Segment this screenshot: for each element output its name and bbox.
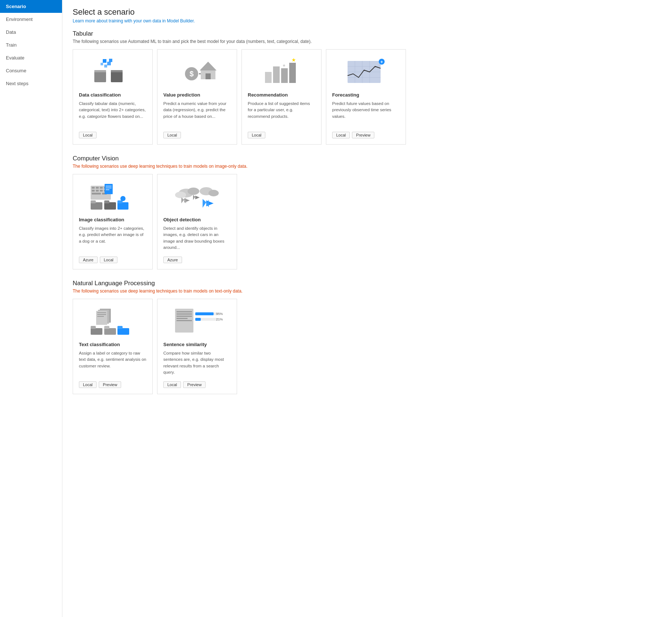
- card-image-image-classification: [79, 180, 146, 213]
- svg-rect-0: [94, 71, 106, 82]
- svg-rect-84: [195, 312, 214, 315]
- card-image-recommendation: ★ ★: [248, 55, 315, 88]
- svg-rect-69: [97, 314, 106, 315]
- svg-rect-31: [92, 187, 95, 189]
- svg-rect-14: [206, 73, 211, 79]
- badge-preview: Preview: [99, 381, 121, 388]
- svg-rect-43: [106, 188, 112, 188]
- card-badges-data-classification: Local: [79, 132, 146, 138]
- svg-rect-6: [104, 65, 107, 68]
- card-image-classification[interactable]: Image classification Classify images int…: [73, 174, 153, 269]
- cv-cards-grid: Image classification Classify images int…: [73, 174, 662, 269]
- svg-point-54: [175, 192, 186, 198]
- card-badges-sentence-similarity: Local Preview: [163, 381, 231, 388]
- svg-text:95%: 95%: [216, 312, 223, 316]
- card-title-object-detection: Object detection: [163, 217, 231, 222]
- card-title-forecasting: Forecasting: [332, 92, 400, 98]
- badge-local: Local: [100, 257, 117, 263]
- svg-rect-41: [105, 184, 113, 194]
- svg-rect-71: [91, 328, 102, 335]
- card-badges-image-classification: Azure Local: [79, 257, 146, 263]
- card-desc-sentence-similarity: Compare how similar two sentences are, e…: [163, 350, 231, 377]
- svg-rect-79: [177, 313, 192, 315]
- svg-text:21%: 21%: [216, 317, 223, 321]
- sidebar: Scenario Environment Data Train Evaluate…: [0, 0, 62, 617]
- tabular-subtitle: The following scenarios use Automated ML…: [73, 39, 662, 44]
- badge-azure: Azure: [163, 257, 182, 263]
- card-badges-value-prediction: Local: [163, 132, 231, 138]
- nlp-subtitle: The following scenarios use deep learnin…: [73, 288, 662, 294]
- svg-rect-44: [106, 189, 109, 190]
- card-data-classification[interactable]: Data classification Classify tabular dat…: [73, 49, 153, 145]
- svg-rect-46: [91, 200, 96, 203]
- svg-text:+: +: [380, 59, 383, 65]
- sidebar-item-evaluate[interactable]: Evaluate: [0, 51, 62, 64]
- card-title-recommendation: Recommendation: [248, 92, 315, 98]
- card-value-prediction[interactable]: $ Value prediction Predict a numeric val…: [157, 49, 237, 145]
- svg-rect-15: [265, 72, 272, 83]
- card-desc-object-detection: Detect and identify objects in images, e…: [163, 225, 231, 252]
- card-badges-text-classification: Local Preview: [79, 381, 146, 388]
- sidebar-item-data[interactable]: Data: [0, 26, 62, 39]
- svg-rect-70: [97, 316, 104, 317]
- svg-rect-78: [177, 311, 192, 312]
- card-image-data-classification: [79, 55, 146, 88]
- card-image-object-detection: [163, 180, 231, 213]
- svg-rect-37: [100, 190, 103, 192]
- card-title-text-classification: Text classification: [79, 342, 146, 347]
- card-desc-value-prediction: Predict a numeric value from your data (…: [163, 101, 231, 127]
- svg-rect-3: [111, 70, 123, 72]
- sidebar-item-environment[interactable]: Environment: [0, 13, 62, 26]
- card-desc-data-classification: Classify tabular data (numeric, categori…: [79, 101, 146, 127]
- card-title-image-classification: Image classification: [79, 217, 146, 222]
- card-recommendation[interactable]: ★ ★ Recommendation Produce a list of sug…: [241, 49, 322, 145]
- svg-rect-74: [104, 326, 109, 329]
- sidebar-item-train[interactable]: Train: [0, 39, 62, 51]
- badge-local: Local: [163, 132, 181, 138]
- svg-rect-87: [195, 318, 201, 321]
- badge-local: Local: [79, 381, 97, 388]
- card-sentence-similarity[interactable]: 95% 21% Sentence similarity Compare how …: [157, 299, 237, 394]
- svg-rect-5: [107, 62, 111, 65]
- svg-marker-13: [200, 62, 217, 70]
- svg-rect-35: [92, 190, 95, 192]
- svg-point-51: [120, 196, 126, 201]
- cv-subtitle: The following scenarios use deep learnin…: [73, 164, 662, 169]
- svg-rect-76: [117, 326, 123, 329]
- svg-rect-18: [289, 63, 296, 83]
- svg-rect-75: [117, 328, 129, 335]
- card-desc-recommendation: Produce a list of suggested items for a …: [248, 101, 315, 127]
- sidebar-item-scenario[interactable]: Scenario: [0, 0, 62, 13]
- card-text-classification[interactable]: Text classification Assign a label or ca…: [73, 299, 153, 394]
- cv-section-title: Computer Vision: [73, 155, 662, 162]
- svg-point-56: [208, 190, 219, 196]
- tabular-cards-grid: Data classification Classify tabular dat…: [73, 49, 662, 145]
- card-desc-forecasting: Predict future values based on previousl…: [332, 101, 400, 127]
- card-forecasting[interactable]: + Forecasting Predict future values base…: [326, 49, 406, 145]
- card-badges-recommendation: Local: [248, 132, 315, 138]
- sidebar-item-next-steps[interactable]: Next steps: [0, 77, 62, 90]
- card-desc-image-classification: Classify images into 2+ categories, e.g.…: [79, 225, 146, 252]
- card-badges-object-detection: Azure: [163, 257, 231, 263]
- svg-marker-58: [181, 197, 184, 203]
- svg-rect-81: [177, 318, 188, 319]
- svg-text:★: ★: [282, 63, 286, 68]
- svg-rect-68: [97, 312, 106, 313]
- learn-more-link[interactable]: Learn more about training with your own …: [73, 18, 662, 23]
- sidebar-item-consume[interactable]: Consume: [0, 64, 62, 77]
- card-image-forecasting: +: [332, 55, 400, 88]
- card-title-sentence-similarity: Sentence similarity: [163, 342, 231, 347]
- svg-rect-39: [92, 193, 101, 195]
- card-desc-text-classification: Assign a label or category to raw text d…: [79, 350, 146, 377]
- svg-rect-2: [111, 71, 123, 82]
- svg-marker-63: [203, 199, 206, 208]
- svg-rect-8: [109, 59, 112, 62]
- svg-point-53: [188, 188, 199, 195]
- card-object-detection[interactable]: Object detection Detect and identify obj…: [157, 174, 237, 269]
- svg-marker-61: [193, 195, 195, 200]
- svg-text:★: ★: [291, 57, 296, 63]
- svg-rect-73: [104, 328, 116, 335]
- badge-local: Local: [79, 132, 97, 138]
- svg-rect-1: [94, 70, 106, 72]
- badge-local: Local: [332, 132, 350, 138]
